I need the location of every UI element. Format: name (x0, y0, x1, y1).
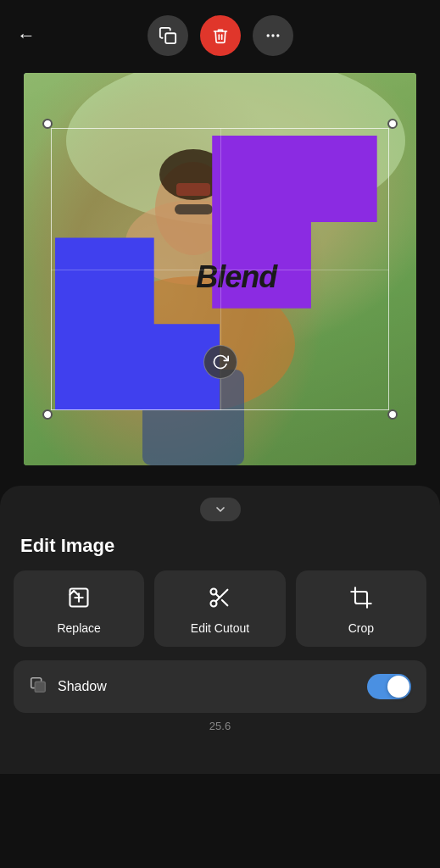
section-title: Edit Image (0, 528, 440, 570)
svg-rect-0 (165, 33, 175, 43)
collapse-button[interactable] (200, 498, 241, 521)
crop-button[interactable]: Crop (296, 570, 426, 647)
chevron-down-icon (214, 503, 227, 516)
svg-line-19 (222, 600, 227, 605)
replace-label: Replace (57, 621, 100, 635)
top-icons (148, 15, 293, 56)
delete-button[interactable] (200, 15, 241, 56)
copy-icon (159, 26, 177, 45)
edit-buttons-row: Replace Edit Cutout Crop (0, 570, 440, 647)
top-bar: ← (0, 0, 440, 66)
svg-rect-12 (176, 183, 210, 196)
svg-rect-22 (35, 682, 45, 692)
copy-button[interactable] (148, 15, 188, 56)
scissors-icon (208, 586, 231, 613)
back-button[interactable]: ← (17, 25, 36, 47)
svg-point-2 (271, 34, 274, 36)
edit-cutout-label: Edit Cutout (191, 621, 249, 635)
shadow-row: Shadow (14, 660, 426, 713)
blend-text: Blend (196, 259, 276, 295)
shadow-icon (29, 676, 47, 698)
svg-line-20 (216, 593, 220, 598)
shadow-value: 25.6 (0, 713, 440, 732)
replace-icon (67, 586, 91, 613)
svg-point-1 (266, 34, 269, 36)
crop-label: Crop (348, 621, 374, 635)
canvas-area: Blend (24, 73, 416, 465)
svg-point-3 (276, 34, 279, 36)
toggle-thumb (387, 676, 409, 698)
replace-button[interactable]: Replace (14, 570, 144, 647)
bottom-panel: Edit Image Replace (0, 486, 440, 774)
svg-rect-11 (175, 204, 213, 214)
crop-icon (349, 586, 373, 613)
canvas-image[interactable]: Blend (24, 73, 416, 465)
more-options-button[interactable] (253, 15, 293, 56)
collapse-section (0, 486, 440, 528)
trash-icon (212, 27, 229, 44)
shadow-label: Shadow (58, 679, 357, 694)
shadow-toggle[interactable] (367, 674, 411, 699)
edit-cutout-button[interactable]: Edit Cutout (154, 570, 285, 647)
more-icon (265, 27, 281, 44)
